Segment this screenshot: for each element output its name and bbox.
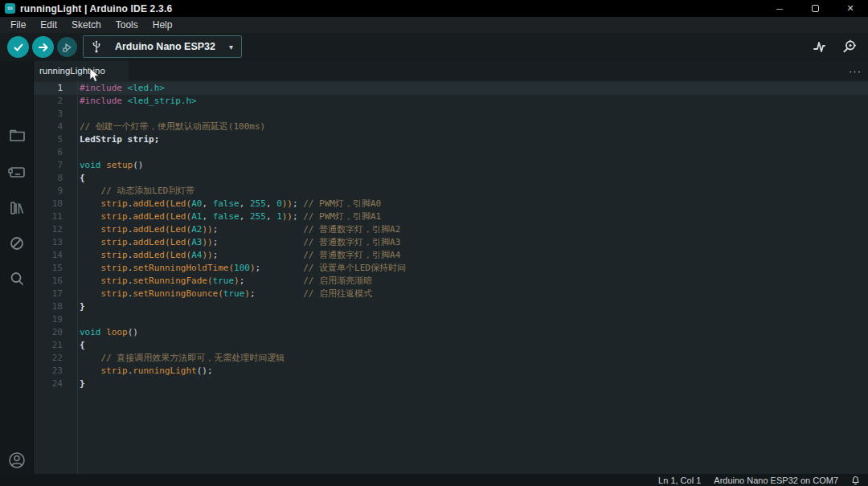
sidebar-item-sketchbook[interactable] [0,122,34,149]
account-icon [8,451,26,469]
sidebar-item-search[interactable] [0,265,34,292]
serial-monitor-button[interactable] [841,38,858,55]
code-line-4[interactable]: 4// 创建一个灯带，使用默认动画延迟(100ms) [34,120,868,133]
code-text: strip.runningLight(); [77,365,868,378]
code-text: // 直接调用效果方法即可，无需处理时间逻辑 [77,352,868,365]
books-icon [9,200,25,216]
code-line-14[interactable]: 14 strip.addLed(Led(A4)); // 普通数字灯，引脚A4 [34,249,868,262]
debug-disabled-icon [9,235,25,251]
debug-button[interactable] [57,37,77,57]
code-line-18[interactable]: 18} [34,300,868,313]
line-number: 18 [34,300,77,313]
close-button[interactable]: ✕ [833,0,868,17]
line-number: 20 [34,326,77,339]
code-line-23[interactable]: 23 strip.runningLight(); [34,365,868,378]
gutter-separator [77,80,78,474]
code-text: strip.setRunningHoldTime(100); // 设置单个LE… [77,262,868,275]
line-number: 17 [34,288,77,300]
code-text: #include <led.h> [77,82,868,95]
code-line-22[interactable]: 22 // 直接调用效果方法即可，无需处理时间逻辑 [34,352,868,365]
line-number: 12 [34,223,77,236]
line-number: 10 [34,198,77,210]
line-number: 11 [34,210,77,223]
code-line-24[interactable]: 24} [34,378,868,390]
line-number: 4 [34,120,77,133]
menubar: FileEditSketchToolsHelp [0,17,868,33]
code-text: void setup() [77,159,868,172]
code-text [77,313,868,326]
tab-runninglight-ino[interactable]: runningLight.ino [34,61,129,80]
line-number: 13 [34,236,77,249]
code-line-9[interactable]: 9 // 动态添加LED到灯带 [34,185,868,198]
code-text: #include <led_strip.h> [77,95,868,108]
verify-button[interactable] [7,36,29,58]
bell-icon [851,476,860,485]
code-text: { [77,172,868,185]
tab-overflow-menu[interactable]: ··· [849,61,862,80]
toolbar: Arduino Nano ESP32 ▾ [0,33,868,61]
code-text: } [77,300,868,313]
line-number: 23 [34,365,77,378]
code-line-2[interactable]: 2#include <led_strip.h> [34,95,868,108]
maximize-button[interactable] [797,0,833,17]
code-line-1[interactable]: 1#include <led.h> [34,82,868,95]
code-line-10[interactable]: 10 strip.addLed(Led(A0, false, 255, 0));… [34,198,868,210]
sidebar-item-boards-manager[interactable] [0,158,34,186]
serial-plotter-button[interactable] [812,38,829,55]
code-line-19[interactable]: 19 [34,313,868,326]
code-text: strip.addLed(Led(A4)); // 普通数字灯，引脚A4 [77,249,868,262]
code-line-20[interactable]: 20void loop() [34,326,868,339]
code-text: strip.setRunningFade(true); // 启用渐亮渐暗 [77,275,868,288]
line-number: 9 [34,185,77,198]
line-number: 16 [34,275,77,288]
line-number: 8 [34,172,77,185]
sidebar [0,61,34,474]
code-line-11[interactable]: 11 strip.addLed(Led(A1, false, 255, 1));… [34,210,868,223]
right-arrow-icon [38,42,49,53]
board-selector-label: Arduino Nano ESP32 [101,41,229,52]
sidebar-item-library-manager[interactable] [0,194,34,222]
start-debug-icon [62,42,73,53]
code-line-7[interactable]: 7void setup() [34,159,868,172]
maximize-icon [812,5,819,12]
code-line-6[interactable]: 6 [34,146,868,159]
line-number: 5 [34,133,77,146]
menu-item-edit[interactable]: Edit [33,17,64,33]
code-line-17[interactable]: 17 strip.setRunningBounce(true); // 启用往返… [34,288,868,300]
sidebar-item-account[interactable] [0,447,34,474]
line-number: 7 [34,159,77,172]
arduino-ide-window: ∞ runningLight | Arduino IDE 2.3.6 ─ ✕ F… [0,0,868,486]
menu-item-sketch[interactable]: Sketch [64,17,108,33]
magnifier-circuit-icon [841,39,858,55]
code-editor[interactable]: 1#include <led.h>2#include <led_strip.h>… [34,80,868,474]
code-text: // 动态添加LED到灯带 [77,185,868,198]
usb-icon [92,40,101,53]
code-text: } [77,378,868,390]
tabbar: runningLight.ino ··· [34,61,868,80]
line-number: 22 [34,352,77,365]
editor-region: runningLight.ino ··· 1#include <led.h>2#… [34,61,868,474]
code-text: { [77,339,868,352]
menu-item-file[interactable]: File [3,17,33,33]
line-number: 24 [34,378,77,390]
code-line-15[interactable]: 15 strip.setRunningHoldTime(100); // 设置单… [34,262,868,275]
code-line-21[interactable]: 21{ [34,339,868,352]
code-line-5[interactable]: 5LedStrip strip; [34,133,868,146]
minimize-button[interactable]: ─ [762,0,797,17]
code-line-12[interactable]: 12 strip.addLed(Led(A2)); // 普通数字灯，引脚A2 [34,223,868,236]
line-number: 2 [34,95,77,108]
menu-item-tools[interactable]: Tools [108,17,145,33]
code-text: // 创建一个灯带，使用默认动画延迟(100ms) [77,120,868,133]
line-number: 21 [34,339,77,352]
code-line-8[interactable]: 8{ [34,172,868,185]
code-line-13[interactable]: 13 strip.addLed(Led(A3)); // 普通数字灯，引脚A3 [34,236,868,249]
search-icon [9,271,25,287]
line-number: 3 [34,108,77,120]
menu-item-help[interactable]: Help [145,17,180,33]
sidebar-item-debug[interactable] [0,230,34,257]
board-selector[interactable]: Arduino Nano ESP32 ▾ [83,35,242,58]
upload-button[interactable] [32,36,54,58]
code-line-16[interactable]: 16 strip.setRunningFade(true); // 启用渐亮渐暗 [34,275,868,288]
code-line-3[interactable]: 3 [34,108,868,120]
notifications-button[interactable] [851,476,860,485]
